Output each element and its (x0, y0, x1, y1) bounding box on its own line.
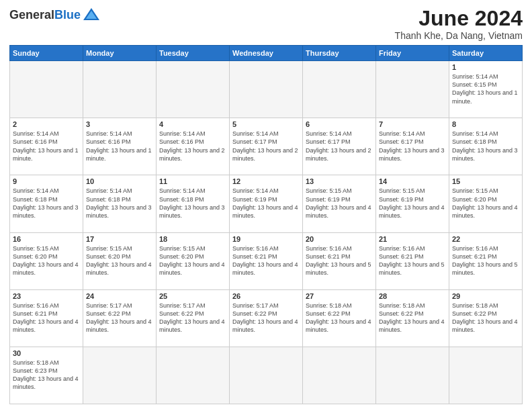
day-2: 2 Sunrise: 5:14 AMSunset: 6:16 PMDayligh… (10, 118, 83, 175)
day-1: 1 Sunrise: 5:14 AMSunset: 6:15 PMDayligh… (449, 61, 523, 118)
day-8: 8 Sunrise: 5:14 AMSunset: 6:18 PMDayligh… (449, 118, 523, 175)
day-3: 3 Sunrise: 5:14 AMSunset: 6:16 PMDayligh… (83, 118, 157, 175)
empty-cell (376, 347, 449, 404)
table-row: 16 Sunrise: 5:15 AMSunset: 6:20 PMDaylig… (10, 232, 523, 289)
logo-blue-text: Blue (54, 8, 81, 22)
day-13: 13 Sunrise: 5:15 AMSunset: 6:19 PMDaylig… (303, 175, 376, 232)
header-thursday: Thursday (303, 46, 376, 61)
title-block: June 2024 Thanh Khe, Da Nang, Vietnam (395, 7, 523, 41)
day-25: 25 Sunrise: 5:17 AMSunset: 6:22 PMDaylig… (157, 289, 230, 347)
day-22: 22 Sunrise: 5:16 AMSunset: 6:21 PMDaylig… (449, 232, 523, 289)
empty-cell (157, 61, 230, 118)
day-5: 5 Sunrise: 5:14 AMSunset: 6:17 PMDayligh… (230, 118, 303, 175)
header: GeneralBlue June 2024 Thanh Khe, Da Nang… (9, 7, 523, 41)
day-16: 16 Sunrise: 5:15 AMSunset: 6:20 PMDaylig… (10, 232, 83, 289)
day-21: 21 Sunrise: 5:16 AMSunset: 6:21 PMDaylig… (376, 232, 449, 289)
logo-icon (82, 7, 101, 21)
day-4: 4 Sunrise: 5:14 AMSunset: 6:16 PMDayligh… (157, 118, 230, 175)
header-saturday: Saturday (449, 46, 523, 61)
page: GeneralBlue June 2024 Thanh Khe, Da Nang… (0, 0, 532, 411)
empty-cell (303, 347, 376, 404)
empty-cell (10, 61, 83, 118)
day-18: 18 Sunrise: 5:15 AMSunset: 6:20 PMDaylig… (157, 232, 230, 289)
day-14: 14 Sunrise: 5:15 AMSunset: 6:19 PMDaylig… (376, 175, 449, 232)
day-26: 26 Sunrise: 5:17 AMSunset: 6:22 PMDaylig… (230, 289, 303, 347)
day-15: 15 Sunrise: 5:15 AMSunset: 6:20 PMDaylig… (449, 175, 523, 232)
day-23: 23 Sunrise: 5:16 AMSunset: 6:21 PMDaylig… (10, 289, 83, 347)
day-24: 24 Sunrise: 5:17 AMSunset: 6:22 PMDaylig… (83, 289, 157, 347)
table-row: 1 Sunrise: 5:14 AMSunset: 6:15 PMDayligh… (10, 61, 523, 118)
header-wednesday: Wednesday (230, 46, 303, 61)
day-10: 10 Sunrise: 5:14 AMSunset: 6:18 PMDaylig… (83, 175, 157, 232)
empty-cell (230, 61, 303, 118)
calendar-subtitle: Thanh Khe, Da Nang, Vietnam (395, 30, 523, 41)
day-6: 6 Sunrise: 5:14 AMSunset: 6:17 PMDayligh… (303, 118, 376, 175)
day-29: 29 Sunrise: 5:18 AMSunset: 6:22 PMDaylig… (449, 289, 523, 347)
logo-general-text: General (9, 8, 54, 22)
empty-cell (230, 347, 303, 404)
day-17: 17 Sunrise: 5:15 AMSunset: 6:20 PMDaylig… (83, 232, 157, 289)
table-row: 9 Sunrise: 5:14 AMSunset: 6:18 PMDayligh… (10, 175, 523, 232)
empty-cell (83, 347, 157, 404)
day-30: 30 Sunrise: 5:18 AMSunset: 6:23 PMDaylig… (10, 347, 83, 404)
header-sunday: Sunday (10, 46, 83, 61)
calendar-title: June 2024 (395, 7, 523, 30)
day-28: 28 Sunrise: 5:18 AMSunset: 6:22 PMDaylig… (376, 289, 449, 347)
day-27: 27 Sunrise: 5:18 AMSunset: 6:22 PMDaylig… (303, 289, 376, 347)
empty-cell (303, 61, 376, 118)
empty-cell (449, 347, 523, 404)
table-row: 23 Sunrise: 5:16 AMSunset: 6:21 PMDaylig… (10, 289, 523, 347)
table-row: 2 Sunrise: 5:14 AMSunset: 6:16 PMDayligh… (10, 118, 523, 175)
table-row: 30 Sunrise: 5:18 AMSunset: 6:23 PMDaylig… (10, 347, 523, 404)
empty-cell (83, 61, 157, 118)
header-tuesday: Tuesday (157, 46, 230, 61)
day-11: 11 Sunrise: 5:14 AMSunset: 6:18 PMDaylig… (157, 175, 230, 232)
header-friday: Friday (376, 46, 449, 61)
weekday-header-row: Sunday Monday Tuesday Wednesday Thursday… (10, 46, 523, 61)
day-7: 7 Sunrise: 5:14 AMSunset: 6:17 PMDayligh… (376, 118, 449, 175)
day-12: 12 Sunrise: 5:14 AMSunset: 6:19 PMDaylig… (230, 175, 303, 232)
empty-cell (376, 61, 449, 118)
day-19: 19 Sunrise: 5:16 AMSunset: 6:21 PMDaylig… (230, 232, 303, 289)
calendar-table: Sunday Monday Tuesday Wednesday Thursday… (9, 45, 523, 404)
logo: GeneralBlue (9, 7, 101, 22)
day-9: 9 Sunrise: 5:14 AMSunset: 6:18 PMDayligh… (10, 175, 83, 232)
empty-cell (157, 347, 230, 404)
day-20: 20 Sunrise: 5:16 AMSunset: 6:21 PMDaylig… (303, 232, 376, 289)
header-monday: Monday (83, 46, 157, 61)
